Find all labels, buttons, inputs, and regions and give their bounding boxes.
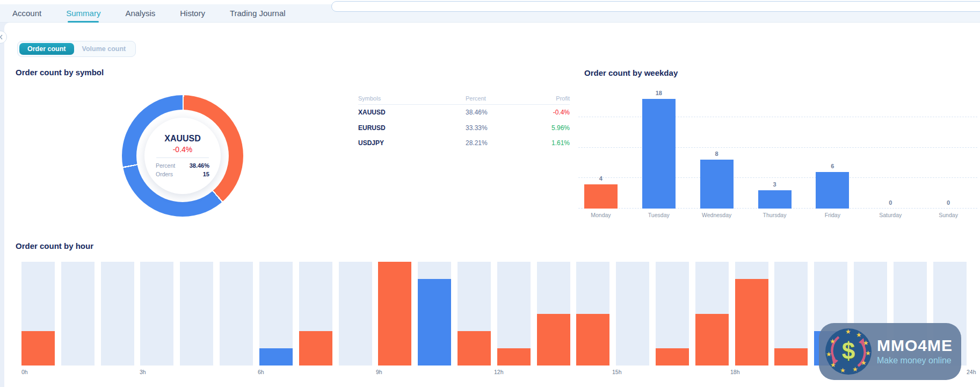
hour-axis-label: 9h	[376, 369, 382, 375]
hour-column[interactable]	[695, 262, 729, 366]
row-symbol: USDJPY	[358, 139, 466, 147]
donut-chart[interactable]: XAUUSD -0.4% Percent 38.46% Orders 15	[122, 95, 243, 217]
header-symbols: Symbols	[358, 95, 466, 102]
percent-value: 38.46%	[190, 162, 209, 169]
star-icon: ★	[830, 362, 836, 368]
watermark-text: MMO4ME Make money online	[877, 338, 953, 366]
weekday-bar-chart[interactable]: 4Monday18Tuesday8Wednesday3Thursday6Frid…	[572, 81, 977, 209]
star-icon: ★	[865, 350, 871, 356]
tab-history[interactable]: History	[180, 9, 205, 18]
tab-account[interactable]: Account	[12, 9, 41, 18]
weekday-bar[interactable]	[700, 160, 734, 209]
hour-column[interactable]	[656, 262, 689, 366]
order-count-toggle[interactable]: Order count	[19, 43, 74, 55]
hour-bar[interactable]	[537, 314, 570, 366]
weekday-axis-label: Thursday	[746, 212, 804, 218]
hour-bar[interactable]	[576, 314, 609, 366]
weekday-bar-slot[interactable]: 0Sunday	[919, 81, 977, 209]
hour-axis-label: 18h	[730, 369, 740, 375]
hour-column[interactable]	[497, 262, 531, 366]
star-icon: ★	[861, 360, 867, 366]
star-icon: ★	[840, 367, 846, 374]
hour-column[interactable]	[774, 262, 808, 366]
hour-bar[interactable]	[458, 331, 491, 366]
hour-bar[interactable]	[259, 348, 293, 366]
hour-bar[interactable]	[497, 348, 531, 366]
hour-column[interactable]	[735, 262, 768, 366]
row-percent: 33.33%	[466, 124, 530, 132]
hour-column[interactable]	[378, 262, 411, 366]
hour-column[interactable]	[458, 262, 491, 366]
hour-column[interactable]	[576, 262, 609, 366]
weekday-bar[interactable]	[584, 184, 618, 209]
volume-count-toggle[interactable]: Volume count	[74, 43, 134, 55]
donut-center-divider	[156, 157, 209, 158]
weekday-bar[interactable]	[758, 190, 792, 209]
table-row: USDJPY 28.21% 1.61%	[358, 135, 570, 151]
hour-column[interactable]	[537, 262, 570, 366]
donut-center-card: XAUUSD -0.4% Percent 38.46% Orders 15	[144, 118, 221, 194]
table-row: EURUSD 33.33% 5.96%	[358, 120, 570, 136]
hour-axis-label: 0h	[21, 369, 28, 375]
donut-center-orders-row: Orders 15	[156, 171, 209, 177]
weekday-axis-label: Saturday	[861, 212, 919, 218]
weekday-axis-label: Tuesday	[630, 212, 688, 218]
hour-bar[interactable]	[378, 262, 411, 366]
hour-column[interactable]	[220, 262, 253, 366]
symbols-table: Symbols Percent Profit XAUUSD 38.46% -0.…	[358, 92, 570, 151]
hour-section-title: Order count by hour	[16, 241, 93, 250]
hour-bar[interactable]	[735, 279, 768, 366]
hour-axis-label: 6h	[258, 369, 264, 375]
donut-center-profit: -0.4%	[173, 145, 193, 154]
header-profit: Profit	[530, 95, 570, 102]
hour-column[interactable]	[616, 262, 649, 366]
hour-column[interactable]	[101, 262, 134, 366]
hour-column[interactable]	[299, 262, 332, 366]
tab-trading-journal[interactable]: Trading Journal	[230, 9, 286, 18]
browser-tab-edge	[0, 0, 330, 4]
watermark-subtitle: Make money online	[877, 356, 953, 366]
weekday-bar-slot[interactable]: 3Thursday	[746, 81, 804, 209]
hour-column[interactable]	[418, 262, 451, 366]
hour-column[interactable]	[61, 262, 95, 366]
hour-column[interactable]	[180, 262, 213, 366]
hour-bar[interactable]	[418, 279, 451, 366]
row-percent: 28.21%	[466, 139, 530, 147]
hour-bar[interactable]	[656, 348, 689, 366]
hour-bar[interactable]	[299, 331, 332, 366]
count-mode-toggle: Order count Volume count	[17, 41, 136, 57]
symbols-table-header: Symbols Percent Profit	[358, 92, 570, 105]
weekday-bar-slot[interactable]: 4Monday	[572, 81, 630, 209]
hour-bar[interactable]	[774, 348, 808, 366]
bar-value-label: 6	[803, 163, 861, 169]
weekday-bar-slot[interactable]: 18Tuesday	[630, 81, 688, 209]
row-percent: 38.46%	[466, 109, 530, 116]
hour-column[interactable]	[21, 262, 55, 366]
hour-column[interactable]	[259, 262, 293, 366]
orders-value: 15	[203, 171, 209, 177]
row-profit: -0.4%	[530, 109, 570, 116]
hour-axis-label: 3h	[140, 369, 146, 375]
weekday-bar-slot[interactable]: 8Wednesday	[688, 81, 746, 209]
mmo4me-watermark: $ ★ ★ ★ ★ ★ ★ ★ ★ ★ ★ MMO4ME Make money …	[819, 323, 961, 380]
collapse-left-icon	[0, 32, 3, 42]
weekday-bar-slot[interactable]: 0Saturday	[861, 81, 919, 209]
weekday-bar-slot[interactable]: 6Friday	[803, 81, 861, 209]
hour-bar[interactable]	[21, 331, 55, 366]
orders-label: Orders	[156, 171, 173, 177]
weekday-bar[interactable]	[816, 172, 849, 209]
watermark-title: MMO4ME	[877, 338, 953, 354]
weekday-bar[interactable]	[642, 99, 676, 209]
donut-center-percent-row: Percent 38.46%	[156, 162, 209, 169]
hour-bar[interactable]	[695, 314, 729, 366]
percent-label: Percent	[156, 162, 175, 169]
bar-value-label: 4	[572, 175, 630, 182]
row-profit: 5.96%	[530, 124, 570, 132]
star-icon: ★	[845, 328, 851, 335]
bar-value-label: 3	[746, 181, 804, 188]
tab-analysis[interactable]: Analysis	[125, 9, 155, 18]
tab-summary[interactable]: Summary	[66, 9, 100, 18]
hour-column[interactable]	[339, 262, 372, 366]
hour-column[interactable]	[140, 262, 173, 366]
star-icon: ★	[852, 366, 858, 372]
